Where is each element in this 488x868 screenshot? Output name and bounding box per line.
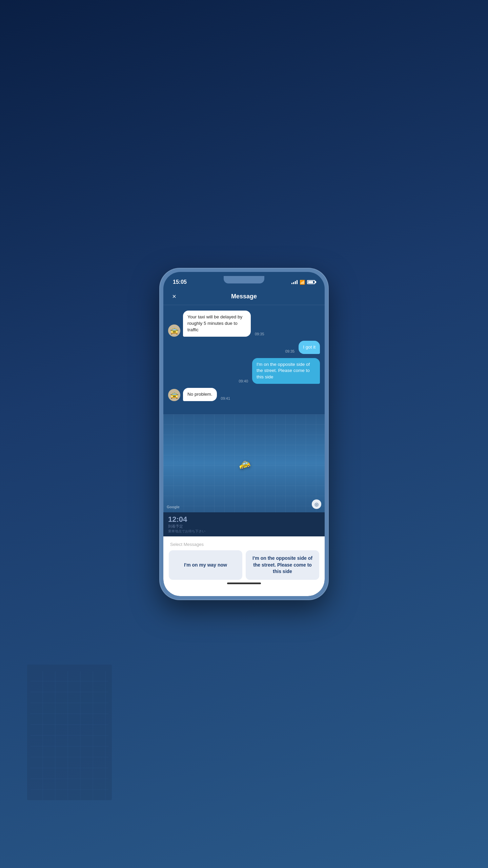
eta-label: 到着予定 xyxy=(168,524,320,529)
message-time: 09:40 xyxy=(239,379,248,383)
message-time: 09:41 xyxy=(221,396,230,400)
message-bubble: I got it xyxy=(299,341,320,354)
background-building xyxy=(27,665,112,800)
battery-fill xyxy=(308,281,313,283)
message-row: 09:35 I got it xyxy=(168,341,320,354)
map-area: 🚕 Google ◎ xyxy=(163,414,325,513)
eta-strip: 12:04 到着予定 乗車地点でお待ち下さい xyxy=(163,512,325,536)
quick-replies-container: I'm on my way now I'm on the opposite si… xyxy=(169,550,319,580)
message-bubble: Your taxi will be delayed by roughly 5 m… xyxy=(183,311,251,337)
driver-avatar: 🚖 xyxy=(168,324,180,337)
phone-notch xyxy=(224,276,264,283)
chat-header: × Message xyxy=(163,290,325,305)
select-messages-label: Select Messages xyxy=(169,542,319,547)
message-row: 🚖 Your taxi will be delayed by roughly 5… xyxy=(168,311,320,337)
phone-frame: 15:05 📶 × Message 🚖 Your taxi will xyxy=(159,268,329,600)
status-time: 15:05 xyxy=(173,279,187,285)
quick-reply-2[interactable]: I'm on the opposite side of the street. … xyxy=(246,550,319,580)
message-bubble: I'm on the opposite side of the street. … xyxy=(252,358,320,384)
status-icons: 📶 xyxy=(291,280,315,285)
close-button[interactable]: × xyxy=(169,292,179,301)
wifi-icon: 📶 xyxy=(300,280,305,285)
message-time: 09:35 xyxy=(285,349,295,353)
message-row: 09:40 I'm on the opposite side of the st… xyxy=(168,358,320,384)
quick-reply-1[interactable]: I'm on my way now xyxy=(169,550,242,580)
message-time: 09:35 xyxy=(255,332,264,336)
home-bar xyxy=(227,583,261,584)
google-label: Google xyxy=(167,505,180,509)
message-row: 🚖 No problem. 09:41 xyxy=(168,388,320,401)
driver-avatar: 🚖 xyxy=(168,389,180,401)
battery-icon xyxy=(307,280,315,284)
signal-icon xyxy=(291,280,298,284)
eta-time: 12:04 xyxy=(168,515,320,524)
header-title: Message xyxy=(231,293,257,300)
phone-screen: 15:05 📶 × Message 🚖 Your taxi will xyxy=(163,272,325,596)
bottom-panel: Select Messages I'm on my way now I'm on… xyxy=(163,536,325,596)
home-indicator xyxy=(169,580,319,587)
eta-sublabel: 乗車地点でお待ち下さい xyxy=(168,529,320,534)
chat-area: 🚖 Your taxi will be delayed by roughly 5… xyxy=(163,305,325,414)
message-bubble: No problem. xyxy=(183,388,217,401)
